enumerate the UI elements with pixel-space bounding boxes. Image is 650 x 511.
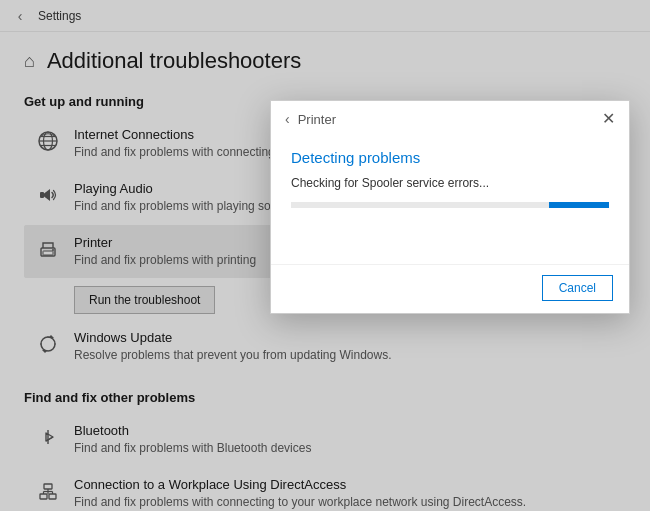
- dialog-back-button[interactable]: ‹: [285, 111, 290, 127]
- dialog-titlebar: ‹ Printer ✕: [271, 101, 629, 135]
- dialog-title-text: Printer: [298, 112, 336, 127]
- dialog-close-button[interactable]: ✕: [602, 111, 615, 127]
- dialog-heading: Detecting problems: [291, 149, 609, 166]
- progress-bar-container: [291, 202, 609, 208]
- printer-dialog: ‹ Printer ✕ Detecting problems Checking …: [270, 100, 630, 314]
- dialog-body: Detecting problems Checking for Spooler …: [271, 135, 629, 234]
- dialog-footer: Cancel: [271, 264, 629, 313]
- dialog-status: Checking for Spooler service errors...: [291, 176, 609, 190]
- dialog-titlebar-left: ‹ Printer: [285, 111, 336, 127]
- progress-bar: [549, 202, 609, 208]
- cancel-button[interactable]: Cancel: [542, 275, 613, 301]
- dialog-overlay: ‹ Printer ✕ Detecting problems Checking …: [0, 0, 650, 511]
